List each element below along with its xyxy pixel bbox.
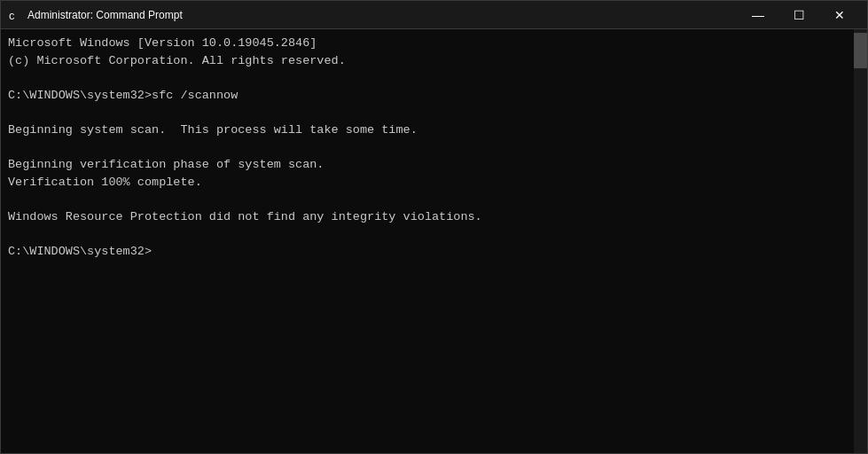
console-line: Beginning system scan. This process will… — [8, 121, 860, 139]
console-output: Microsoft Windows [Version 10.0.19045.28… — [8, 35, 860, 260]
console-line — [8, 138, 860, 156]
cmd-icon: C — [8, 8, 22, 22]
scrollbar[interactable] — [854, 29, 867, 453]
scrollbar-thumb[interactable] — [854, 33, 867, 68]
console-line — [8, 104, 860, 121]
console-line: (c) Microsoft Corporation. All rights re… — [8, 52, 860, 70]
title-bar: C Administrator: Command Prompt — ☐ ✕ — [1, 1, 867, 29]
console-line — [8, 191, 860, 208]
title-bar-left: C Administrator: Command Prompt — [8, 8, 183, 22]
console-body[interactable]: Microsoft Windows [Version 10.0.19045.28… — [1, 29, 867, 453]
svg-text:C: C — [9, 12, 15, 22]
console-line — [8, 69, 860, 87]
minimize-button[interactable]: — — [738, 1, 778, 29]
console-line: C:\WINDOWS\system32> — [8, 243, 860, 261]
close-button[interactable]: ✕ — [819, 1, 860, 29]
console-line: Verification 100% complete. — [8, 174, 860, 192]
console-line: Microsoft Windows [Version 10.0.19045.28… — [8, 35, 860, 52]
console-line — [8, 225, 860, 243]
maximize-button[interactable]: ☐ — [778, 1, 819, 29]
console-line: Windows Resource Protection did not find… — [8, 208, 860, 226]
title-bar-title: Administrator: Command Prompt — [27, 9, 183, 21]
console-line: Beginning verification phase of system s… — [8, 156, 860, 174]
cmd-window: C Administrator: Command Prompt — ☐ ✕ Mi… — [0, 0, 868, 454]
title-bar-controls: — ☐ ✕ — [738, 1, 860, 29]
console-line: C:\WINDOWS\system32>sfc /scannow — [8, 87, 860, 105]
